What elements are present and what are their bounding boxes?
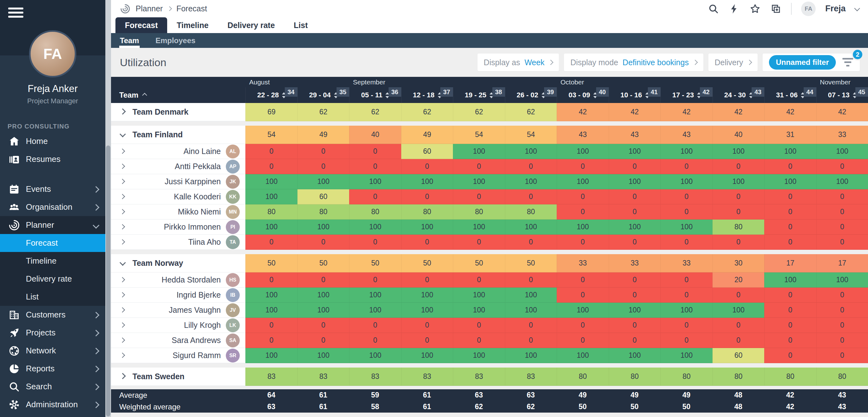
subtab-employees[interactable]: Employees: [147, 33, 204, 48]
member-name: Hedda Stordalen: [161, 275, 221, 284]
sidebar-subitem-forecast[interactable]: Forecast: [0, 234, 105, 252]
chevron-down-icon[interactable]: [121, 132, 125, 138]
team-group-name-cell[interactable]: Team Sweden: [111, 368, 245, 386]
tab-forecast[interactable]: Forecast: [116, 17, 167, 33]
member-name-cell[interactable]: Tiina Aho TA: [111, 235, 245, 250]
sidebar-item-network[interactable]: Network: [0, 342, 105, 360]
new-window-plus-icon[interactable]: [770, 3, 782, 14]
sidebar-scrollbar[interactable]: [105, 0, 111, 417]
member-name-cell[interactable]: Lilly Krogh LK: [111, 318, 245, 333]
week-column-header-40[interactable]: 03 - 09 40: [557, 87, 609, 103]
week-column-header-35[interactable]: 29 - 04 35: [298, 87, 349, 103]
profile-avatar[interactable]: FA: [29, 30, 76, 77]
week-column-header-36[interactable]: 05 - 11 36: [349, 87, 401, 103]
utilization-cell: 80: [401, 204, 453, 219]
team-group-name-cell[interactable]: Team Norway: [111, 254, 245, 272]
tab-list[interactable]: List: [284, 17, 317, 33]
member-name-cell[interactable]: Ingrid Bjerke IB: [111, 287, 245, 303]
member-name-cell[interactable]: Antti Pekkala AP: [111, 159, 245, 174]
footer-value: 58: [349, 401, 401, 413]
filter-icon[interactable]: [842, 58, 854, 67]
chevron-right-icon[interactable]: [121, 224, 124, 230]
utilization-cell: 0: [816, 318, 868, 333]
utilization-cell: 100: [816, 144, 868, 159]
member-row-james-vaughn: James Vaughn JV1001001001001001001001001…: [111, 303, 868, 318]
member-name-cell[interactable]: Aino Laine AL: [111, 144, 245, 159]
utilization-cell: 83: [401, 368, 453, 386]
sidebar-scrollbar-thumb[interactable]: [106, 145, 111, 416]
tab-delivery-rate[interactable]: Delivery rate: [218, 17, 284, 33]
display-mode-button[interactable]: Display mode Definitive bookings: [564, 54, 703, 71]
week-column-header-41[interactable]: 10 - 16 41: [609, 87, 661, 103]
sidebar-item-reports[interactable]: Reports: [0, 360, 105, 378]
week-column-header-37[interactable]: 12 - 18 37: [401, 87, 453, 103]
chevron-right-icon[interactable]: [121, 194, 124, 200]
sidebar-subitem-delivery-rate[interactable]: Delivery rate: [0, 270, 105, 288]
sidebar-item-home[interactable]: Home: [0, 132, 105, 150]
member-name-cell[interactable]: Sara Andrews SA: [111, 333, 245, 348]
utilization-cell: 62: [401, 103, 453, 121]
delivery-button[interactable]: Delivery: [708, 54, 757, 71]
utilization-cell: 100: [764, 272, 816, 287]
team-group-name-cell[interactable]: Team Denmark: [111, 103, 245, 121]
week-column-header-42[interactable]: 17 - 23 42: [660, 87, 713, 103]
chevron-right-icon[interactable]: [121, 374, 125, 380]
week-number-badge: 44: [804, 87, 816, 97]
member-name-cell[interactable]: Pirkko Immonen PI: [111, 219, 245, 235]
member-name-cell[interactable]: Hedda Stordalen HS: [111, 272, 245, 287]
filter-button[interactable]: Unnamed filter 2: [763, 54, 860, 71]
week-column-header-38[interactable]: 19 - 25 38: [453, 87, 505, 103]
unnamed-filter-pill[interactable]: Unnamed filter: [769, 55, 836, 70]
search-icon[interactable]: [708, 3, 719, 14]
chevron-right-icon[interactable]: [121, 307, 124, 313]
week-column-header-45[interactable]: 07 - 13 45: [816, 87, 868, 103]
week-column-header-39[interactable]: 26 - 02 39: [505, 87, 557, 103]
user-menu[interactable]: Freja: [825, 4, 846, 13]
tab-timeline[interactable]: Timeline: [167, 17, 218, 33]
chevron-right-icon[interactable]: [121, 179, 124, 184]
subtab-team[interactable]: Team: [112, 33, 147, 48]
sidebar-subitem-timeline[interactable]: Timeline: [0, 252, 105, 270]
sidebar-item-events[interactable]: Events: [0, 180, 105, 198]
member-name-cell[interactable]: Kalle Kooderi KK: [111, 189, 245, 204]
week-column-header-34[interactable]: 22 - 28 34: [245, 87, 298, 103]
sidebar-item-administration[interactable]: Administration: [0, 395, 105, 414]
month-label-august: August: [245, 77, 349, 87]
chevron-right-icon[interactable]: [121, 164, 124, 169]
week-column-header-44[interactable]: 31 - 06 44: [764, 87, 816, 103]
sidebar-item-projects[interactable]: Projects: [0, 324, 105, 342]
sidebar-subitem-list[interactable]: List: [0, 288, 105, 306]
chevron-right-icon[interactable]: [121, 322, 124, 328]
sidebar-item-organisation[interactable]: Organisation: [0, 198, 105, 216]
chevron-right-icon[interactable]: [121, 109, 125, 115]
sidebar-item-customers[interactable]: Customers: [0, 306, 105, 324]
chevron-right-icon[interactable]: [121, 338, 124, 343]
user-menu-chevron-down-icon[interactable]: [855, 6, 859, 12]
sidebar-item-planner[interactable]: Planner: [0, 216, 105, 234]
chevron-down-icon: [94, 220, 98, 230]
favorites-star-icon[interactable]: [749, 3, 761, 14]
sidebar-item-resumes[interactable]: Resumes: [0, 150, 105, 168]
utilization-cell: 43: [609, 126, 661, 144]
display-as-button[interactable]: Display as Week: [477, 54, 559, 71]
quick-actions-bolt-icon[interactable]: [728, 3, 740, 14]
chevron-right-icon[interactable]: [121, 353, 124, 358]
member-name-cell[interactable]: James Vaughn JV: [111, 303, 245, 318]
utilization-cell: 0: [453, 272, 505, 287]
breadcrumb-planner[interactable]: Planner: [135, 4, 163, 13]
member-name-cell[interactable]: Sigurd Ramm SR: [111, 348, 245, 363]
member-name-cell[interactable]: Jussi Karppinen JK: [111, 174, 245, 189]
team-column-header[interactable]: Team: [111, 87, 245, 103]
chevron-right-icon[interactable]: [121, 239, 124, 245]
chevron-right-icon[interactable]: [121, 209, 124, 215]
chevron-down-icon[interactable]: [121, 260, 125, 266]
team-group-name-cell[interactable]: Team Finland: [111, 126, 245, 144]
chevron-right-icon[interactable]: [121, 292, 124, 298]
member-row-sigurd-ramm: Sigurd Ramm SR10010010010010010010010010…: [111, 348, 868, 363]
member-name-cell[interactable]: Mikko Niemi MN: [111, 204, 245, 219]
sidebar-item-search[interactable]: Search: [0, 378, 105, 395]
chevron-right-icon[interactable]: [121, 149, 124, 154]
chevron-right-icon[interactable]: [121, 277, 124, 283]
hamburger-menu-icon[interactable]: [8, 7, 23, 20]
week-column-header-43[interactable]: 24 - 30 43: [713, 87, 765, 103]
